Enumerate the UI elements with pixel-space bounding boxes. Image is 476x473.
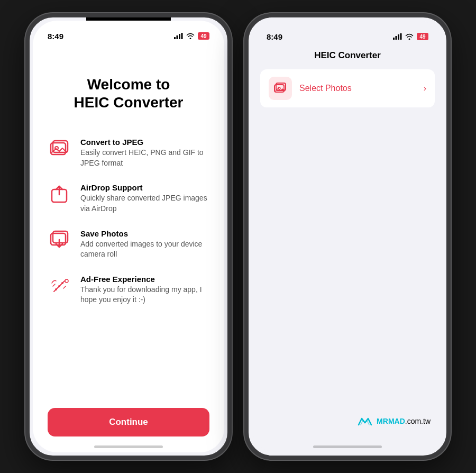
svg-rect-14 <box>393 38 395 40</box>
welcome-container: Welcome toHEIC Converter Convert to JPEG <box>33 44 224 452</box>
home-indicator-left <box>94 445 163 448</box>
svg-rect-2 <box>179 34 180 39</box>
feature-item-airdrop: AirDrop Support Quickly share converted … <box>48 183 209 214</box>
status-bar-right: 8:49 49 <box>252 21 443 44</box>
feature-title-airdrop: AirDrop Support <box>80 183 209 192</box>
status-icons-right: 49 <box>393 33 428 40</box>
status-time-left: 8:49 <box>48 32 63 41</box>
right-screen: 8:49 49 HEIC Converter <box>252 21 443 452</box>
svg-rect-1 <box>177 35 178 39</box>
feature-title-ad-free: Ad-Free Experience <box>80 275 209 284</box>
save-photos-icon <box>48 229 71 252</box>
left-phone: 8:49 49 Welcome <box>25 13 232 460</box>
feature-desc-ad-free: Thank you for downloading my app, I hope… <box>80 285 209 305</box>
feature-item-save-photos: Save Photos Add converted images to your… <box>48 229 209 260</box>
feature-list: Convert to JPEG Easily convert HEIC, PNG… <box>48 138 209 397</box>
signal-icon-right <box>393 33 402 40</box>
signal-icon <box>174 33 183 39</box>
svg-point-10 <box>55 288 57 290</box>
status-bar-left: 8:49 49 <box>33 21 224 44</box>
select-photos-icon <box>273 83 287 94</box>
right-content: Select Photos › <box>252 69 443 243</box>
right-spacer <box>252 243 443 416</box>
status-time-right: 8:49 <box>267 32 282 41</box>
feature-desc-airdrop: Quickly share converted JPEG images via … <box>80 193 209 214</box>
select-photos-label: Select Photos <box>299 84 416 93</box>
svg-point-13 <box>65 279 68 283</box>
ad-free-icon <box>48 275 71 298</box>
svg-rect-3 <box>181 33 183 39</box>
battery-icon-left: 49 <box>198 32 209 40</box>
home-indicator-right <box>313 445 382 448</box>
svg-rect-15 <box>396 36 397 40</box>
nav-title: HEIC Converter <box>252 44 443 69</box>
feature-text-ad-free: Ad-Free Experience Thank you for downloa… <box>80 275 209 305</box>
svg-rect-17 <box>400 33 402 40</box>
feature-title-save-photos: Save Photos <box>80 229 209 238</box>
convert-jpeg-icon <box>48 138 71 161</box>
airdrop-icon <box>48 183 71 206</box>
brand-text: MRMAD.com.tw <box>377 417 431 425</box>
feature-desc-save-photos: Add converted images to your device came… <box>80 239 209 260</box>
svg-rect-16 <box>398 34 399 40</box>
welcome-title: Welcome toHEIC Converter <box>48 76 209 111</box>
svg-rect-0 <box>174 37 176 39</box>
wifi-icon-right <box>405 33 414 40</box>
chevron-right-icon: › <box>424 84 426 93</box>
feature-item-ad-free: Ad-Free Experience Thank you for downloa… <box>48 275 209 305</box>
right-phone: 8:49 49 HEIC Converter <box>244 13 451 460</box>
status-icons-left: 49 <box>174 32 209 40</box>
svg-point-11 <box>61 282 63 284</box>
feature-text-convert-jpeg: Convert to JPEG Easily convert HEIC, PNG… <box>80 138 209 168</box>
feature-desc-convert-jpeg: Easily convert HEIC, PNG and GIF to JPEG… <box>80 148 209 168</box>
photos-icon-bg <box>269 77 292 100</box>
feature-title-convert-jpeg: Convert to JPEG <box>80 138 209 147</box>
left-screen: 8:49 49 Welcome <box>33 21 224 452</box>
svg-point-12 <box>58 285 60 287</box>
wifi-icon <box>186 33 195 39</box>
feature-item-convert-jpeg: Convert to JPEG Easily convert HEIC, PNG… <box>48 138 209 168</box>
feature-text-save-photos: Save Photos Add converted images to your… <box>80 229 209 260</box>
battery-icon-right: 49 <box>417 33 428 40</box>
feature-text-airdrop: AirDrop Support Quickly share converted … <box>80 183 209 214</box>
select-photos-row[interactable]: Select Photos › <box>260 69 435 107</box>
mrmad-logo-icon <box>358 416 372 426</box>
continue-button[interactable]: Continue <box>48 408 209 436</box>
